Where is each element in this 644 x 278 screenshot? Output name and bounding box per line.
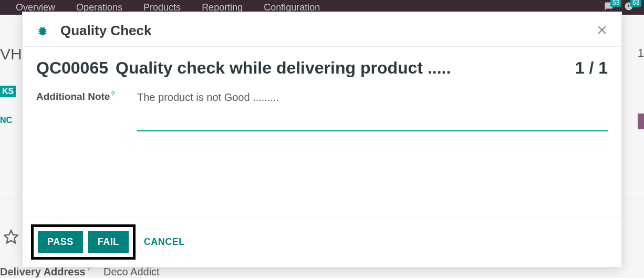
pass-button[interactable]: PASS [38, 231, 83, 253]
modal-body: QC00065 Quality check while delivering p… [23, 47, 621, 218]
additional-note-row: Additional Note? [36, 90, 608, 133]
favorite-star-icon[interactable] [3, 229, 19, 249]
check-description: Quality check while delivering product .… [116, 58, 451, 78]
additional-note-label: Additional Note? [36, 90, 137, 102]
modal-header: Quality Check [23, 12, 621, 47]
delivery-address-label: Delivery Address [0, 266, 86, 277]
delivery-address-value: Deco Addict [103, 266, 160, 277]
check-counter: 1 / 1 [575, 58, 608, 78]
chat-badge: 53 [610, 0, 621, 7]
modal-title: Quality Check [60, 23, 151, 39]
bg-wh-text: VH [0, 45, 22, 63]
clock-badge: 63 [630, 0, 641, 7]
clock-icon[interactable]: 63 [624, 2, 633, 14]
bg-nc-bar [638, 114, 644, 129]
pass-fail-group: PASS FAIL [31, 224, 136, 260]
bg-ks-tag: KS [0, 86, 16, 97]
modal-footer: PASS FAIL CANCEL [23, 218, 621, 267]
check-reference: QC00065 [36, 58, 108, 78]
quality-check-modal: Quality Check QC00065 Quality check whil… [22, 12, 622, 267]
bg-nc-tag: NC [0, 116, 12, 125]
cancel-button[interactable]: CANCEL [144, 236, 185, 248]
bg-one-text: 1 [638, 46, 644, 60]
svg-marker-0 [5, 231, 18, 243]
close-button[interactable] [596, 24, 608, 38]
additional-note-input[interactable] [137, 90, 608, 131]
help-icon[interactable]: ? [111, 90, 115, 98]
check-heading-row: QC00065 Quality check while delivering p… [36, 58, 608, 78]
bug-icon [36, 25, 49, 37]
fail-button[interactable]: FAIL [88, 231, 129, 253]
